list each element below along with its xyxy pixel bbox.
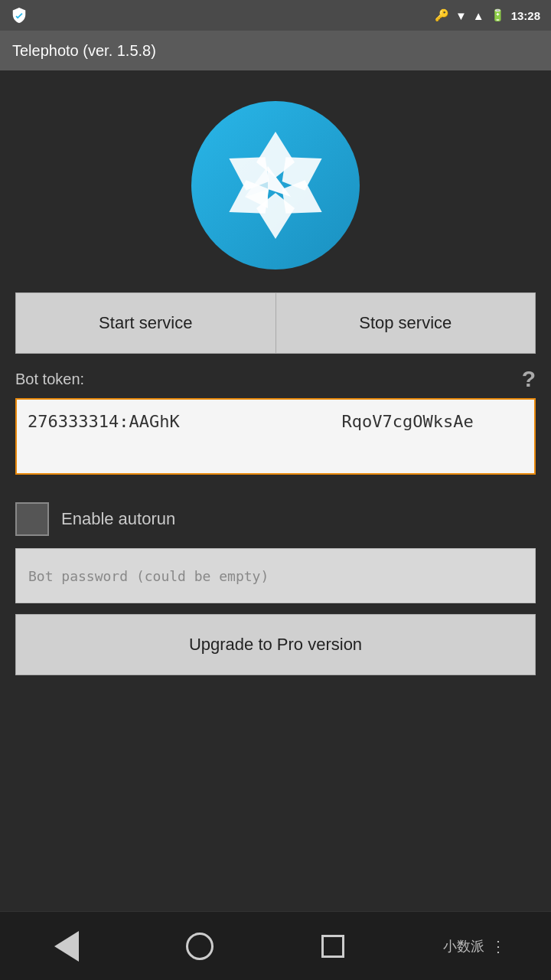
nav-bar: 小数派 ⋮ <box>0 911 551 980</box>
app-title: Telephoto (ver. 1.5.8) <box>12 42 156 60</box>
key-icon: 🔑 <box>435 8 449 22</box>
logo-svg <box>199 109 352 262</box>
app-logo <box>191 101 360 270</box>
status-bar-right: 🔑 ▼ ▲ 🔋 13:28 <box>435 8 540 22</box>
back-button[interactable] <box>44 923 90 969</box>
help-icon[interactable]: ? <box>522 366 536 392</box>
shield-icon <box>11 7 28 24</box>
status-bar-left <box>11 7 28 24</box>
token-label: Bot token: <box>15 371 84 388</box>
recent-apps-button[interactable] <box>310 923 356 969</box>
token-label-row: Bot token: ? <box>15 366 536 392</box>
pi-label: 小数派 <box>443 937 484 956</box>
nav-right-area: 小数派 ⋮ <box>443 937 507 956</box>
main-content: Start service Stop service Bot token: ? … <box>0 70 551 911</box>
clock: 13:28 <box>511 9 540 22</box>
logo-area <box>191 70 360 292</box>
service-buttons-row: Start service Stop service <box>15 292 536 354</box>
battery-icon: 🔋 <box>491 8 505 22</box>
autorun-label: Enable autorun <box>61 509 175 529</box>
status-bar: 🔑 ▼ ▲ 🔋 13:28 <box>0 0 551 31</box>
wifi-icon: ▼ <box>455 9 467 22</box>
token-section: Bot token: ? 276333314:AAGhK RqoV7cgOWks… <box>15 366 536 478</box>
stop-service-button[interactable]: Stop service <box>276 292 536 354</box>
dots-icon: ⋮ <box>491 937 507 956</box>
recent-icon <box>321 935 344 958</box>
home-button[interactable] <box>177 923 223 969</box>
bot-password-input[interactable] <box>16 549 535 603</box>
signal-icon: ▲ <box>473 9 484 22</box>
title-bar: Telephoto (ver. 1.5.8) <box>0 31 551 70</box>
home-icon <box>186 933 214 960</box>
bot-token-input[interactable]: 276333314:AAGhK RqoV7cgOWksAe <box>15 398 536 475</box>
back-icon <box>54 931 79 962</box>
start-service-button[interactable]: Start service <box>15 292 276 354</box>
password-input-wrapper <box>15 548 536 603</box>
upgrade-button[interactable]: Upgrade to Pro version <box>15 614 536 675</box>
autorun-checkbox[interactable] <box>15 502 49 536</box>
autorun-row: Enable autorun <box>15 502 536 536</box>
